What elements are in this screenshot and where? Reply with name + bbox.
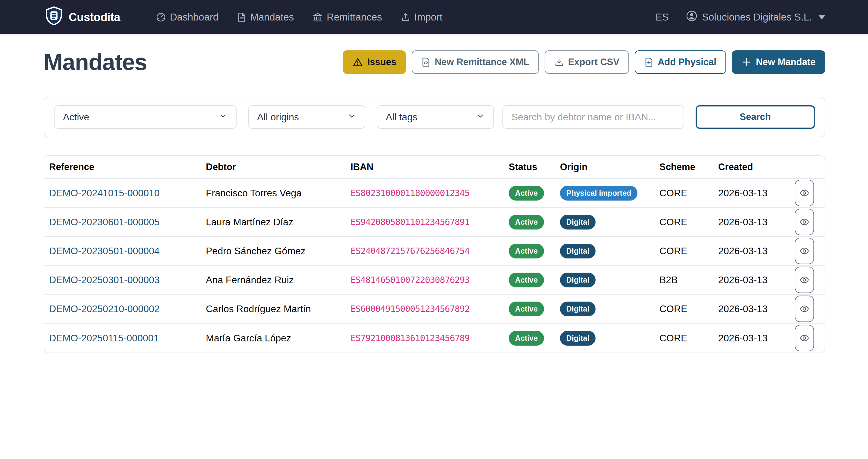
user-circle-icon bbox=[686, 10, 698, 24]
table-row: DEMO-20230501-000004 Pedro Sánchez Gómez… bbox=[44, 237, 825, 266]
column-header-created: Created bbox=[718, 162, 795, 172]
mandate-reference-link[interactable]: DEMO-20230501-000004 bbox=[49, 246, 206, 257]
debtor-name: Francisco Torres Vega bbox=[206, 188, 350, 199]
status-badge: Active bbox=[509, 302, 544, 316]
mandate-reference-link[interactable]: DEMO-20230601-000005 bbox=[49, 217, 206, 228]
brand-name: Custodita bbox=[69, 11, 120, 24]
created-date: 2026-03-13 bbox=[718, 188, 795, 199]
table-row: DEMO-20241015-000010 Francisco Torres Ve… bbox=[44, 179, 825, 208]
iban-value: ES9420805801101234567891 bbox=[350, 217, 509, 227]
column-header-scheme: Scheme bbox=[659, 162, 718, 172]
brand[interactable]: Custodita bbox=[45, 6, 120, 28]
status-badge: Active bbox=[509, 331, 544, 346]
file-plus-icon bbox=[644, 57, 653, 67]
debtor-name: Pedro Sánchez Gómez bbox=[206, 246, 350, 257]
created-date: 2026-03-13 bbox=[718, 246, 795, 257]
created-date: 2026-03-13 bbox=[718, 217, 795, 228]
origin-badge: Digital bbox=[560, 331, 595, 346]
page-title: Mandates bbox=[44, 49, 147, 75]
eye-icon bbox=[799, 188, 809, 198]
plus-icon bbox=[741, 57, 752, 67]
custodita-shield-logo-icon bbox=[45, 6, 63, 28]
table-row: DEMO-20250115-000001 María García López … bbox=[44, 323, 825, 352]
filter-bar: Active All origins All tags Search bbox=[44, 97, 825, 137]
origin-badge: Digital bbox=[560, 244, 595, 258]
warning-triangle-icon bbox=[352, 57, 363, 67]
add-physical-button[interactable]: Add Physical bbox=[635, 50, 726, 74]
chevron-down-icon bbox=[218, 111, 227, 123]
eye-icon bbox=[799, 275, 809, 285]
view-mandate-button[interactable] bbox=[795, 180, 814, 206]
origin-filter-select[interactable]: All origins bbox=[248, 105, 365, 129]
gauge-icon bbox=[156, 12, 166, 22]
nav-right: ES Soluciones Digitales S.L. bbox=[655, 10, 825, 24]
document-icon bbox=[237, 12, 246, 22]
chevron-down-icon bbox=[818, 16, 825, 19]
status-badge: Active bbox=[509, 244, 544, 258]
table-row: DEMO-20230601-000005 Laura Martínez Díaz… bbox=[44, 208, 825, 237]
scheme-value: CORE bbox=[659, 188, 718, 199]
column-header-debtor: Debtor bbox=[206, 162, 350, 172]
view-mandate-button[interactable] bbox=[795, 209, 814, 235]
account-menu[interactable]: Soluciones Digitales S.L. bbox=[686, 10, 825, 24]
toolbar: Issues New Remittance XML bbox=[343, 50, 825, 74]
status-badge: Active bbox=[509, 272, 544, 287]
main-nav: Dashboard Mandates Remittances bbox=[156, 11, 655, 23]
view-mandate-button[interactable] bbox=[795, 295, 814, 322]
nav-item-remittances[interactable]: Remittances bbox=[313, 11, 382, 23]
new-remittance-xml-button[interactable]: New Remittance XML bbox=[412, 50, 539, 74]
chevron-down-icon bbox=[347, 111, 356, 123]
nav-item-import[interactable]: Import bbox=[401, 11, 443, 23]
status-filter-select[interactable]: Active bbox=[54, 105, 237, 129]
column-header-origin: Origin bbox=[560, 162, 659, 172]
download-icon bbox=[554, 57, 564, 67]
debtor-name: María García López bbox=[206, 333, 350, 344]
mandate-reference-link[interactable]: DEMO-20241015-000010 bbox=[49, 188, 206, 199]
new-mandate-button[interactable]: New Mandate bbox=[732, 50, 825, 74]
search-button[interactable]: Search bbox=[695, 105, 815, 129]
created-date: 2026-03-13 bbox=[718, 333, 795, 344]
tags-filter-select[interactable]: All tags bbox=[377, 105, 494, 129]
upload-icon bbox=[401, 12, 410, 22]
table-row: DEMO-20250210-000002 Carlos Rodríguez Ma… bbox=[44, 295, 825, 323]
view-mandate-button[interactable] bbox=[795, 266, 814, 293]
debtor-name: Laura Martínez Díaz bbox=[206, 217, 350, 228]
table-header-row: Reference Debtor IBAN Status Origin Sche… bbox=[44, 156, 825, 179]
debtor-name: Ana Fernández Ruiz bbox=[206, 275, 350, 286]
eye-icon bbox=[799, 217, 809, 227]
view-mandate-button[interactable] bbox=[795, 238, 814, 264]
table-row: DEMO-20250301-000003 Ana Fernández Ruiz … bbox=[44, 266, 825, 295]
issues-button[interactable]: Issues bbox=[343, 50, 406, 74]
status-badge: Active bbox=[509, 215, 544, 229]
view-mandate-button[interactable] bbox=[795, 325, 814, 351]
file-code-icon bbox=[421, 57, 430, 67]
debtor-name: Carlos Rodríguez Martín bbox=[206, 304, 350, 315]
origin-badge: Digital bbox=[560, 302, 595, 316]
nav-item-mandates[interactable]: Mandates bbox=[237, 11, 294, 23]
export-csv-button[interactable]: Export CSV bbox=[545, 50, 629, 74]
iban-value: ES6000491500051234567892 bbox=[350, 304, 509, 314]
scheme-value: CORE bbox=[659, 217, 718, 228]
scheme-value: CORE bbox=[659, 333, 718, 344]
eye-icon bbox=[799, 246, 809, 256]
mandate-reference-link[interactable]: DEMO-20250301-000003 bbox=[49, 275, 206, 286]
chevron-down-icon bbox=[476, 111, 485, 123]
created-date: 2026-03-13 bbox=[718, 275, 795, 286]
mandate-reference-link[interactable]: DEMO-20250210-000002 bbox=[49, 304, 206, 315]
created-date: 2026-03-13 bbox=[718, 304, 795, 315]
nav-item-dashboard[interactable]: Dashboard bbox=[156, 11, 218, 23]
eye-icon bbox=[799, 333, 809, 343]
account-name: Soluciones Digitales S.L. bbox=[702, 11, 812, 23]
mandate-reference-link[interactable]: DEMO-20250115-000001 bbox=[49, 333, 206, 344]
table-body: DEMO-20241015-000010 Francisco Torres Ve… bbox=[44, 179, 825, 352]
language-selector[interactable]: ES bbox=[655, 11, 669, 23]
origin-badge: Physical imported bbox=[560, 186, 638, 201]
iban-value: ES7921000813610123456789 bbox=[350, 333, 509, 343]
scheme-value: B2B bbox=[659, 275, 718, 286]
status-badge: Active bbox=[509, 186, 544, 201]
scheme-value: CORE bbox=[659, 304, 718, 315]
origin-badge: Digital bbox=[560, 215, 595, 229]
iban-value: ES8023100001180000012345 bbox=[350, 188, 509, 198]
main-content: Mandates Issues bbox=[0, 49, 868, 353]
search-input[interactable] bbox=[502, 105, 684, 129]
